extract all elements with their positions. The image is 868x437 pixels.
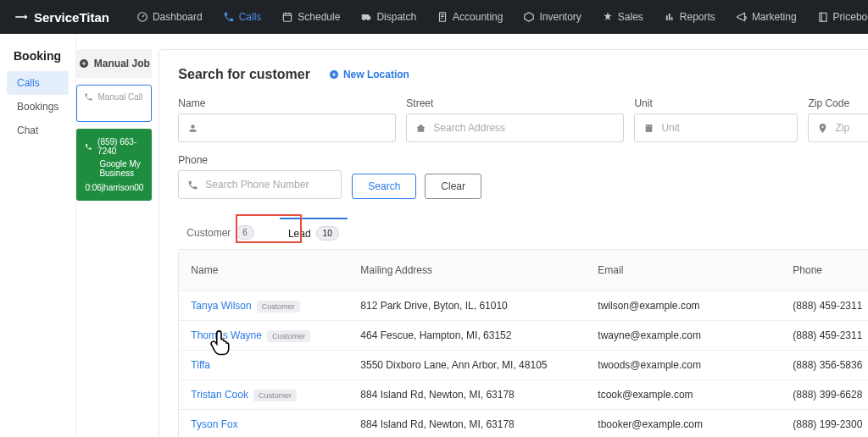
unit-label: Unit bbox=[634, 97, 798, 109]
street-input[interactable] bbox=[433, 122, 615, 134]
phone-input[interactable] bbox=[205, 179, 332, 191]
svg-rect-11 bbox=[646, 124, 653, 132]
name-label: Name bbox=[178, 97, 396, 109]
name-input[interactable] bbox=[205, 122, 387, 134]
tab-customer[interactable]: Customer6 bbox=[178, 218, 263, 249]
manual-call-card[interactable]: Manual Call bbox=[76, 85, 152, 122]
booking-sidebar: Booking Calls Bookings Chat bbox=[0, 34, 76, 437]
nav-pricebook[interactable]: Pricebook bbox=[809, 11, 868, 23]
svg-rect-3 bbox=[819, 13, 826, 21]
customer-link[interactable]: Tiffa bbox=[191, 359, 210, 371]
customer-link[interactable]: Tristan Cook bbox=[191, 389, 248, 401]
pin-icon bbox=[817, 123, 828, 134]
call-duration: 0:06 bbox=[85, 183, 101, 192]
table-row[interactable]: Tristan CookCustomer 884 Island Rd, Newt… bbox=[179, 380, 868, 410]
svg-rect-13 bbox=[650, 125, 651, 126]
sidebar-item-chat[interactable]: Chat bbox=[7, 119, 69, 142]
name-input-wrap[interactable] bbox=[178, 113, 396, 142]
zip-input[interactable] bbox=[835, 122, 868, 134]
customer-link[interactable]: Thomas Wayne bbox=[191, 329, 262, 341]
svg-point-10 bbox=[192, 124, 195, 128]
table-row[interactable]: Tyson Fox 884 Island Rd, Newton, MI, 631… bbox=[179, 410, 868, 437]
sidebar-item-bookings[interactable]: Bookings bbox=[7, 95, 69, 119]
nav-dashboard[interactable]: Dashboard bbox=[128, 11, 211, 23]
active-call-card[interactable]: (859) 663-7240 Google My Business 0:06 j… bbox=[76, 129, 152, 201]
new-location-button[interactable]: New Location bbox=[329, 69, 409, 80]
customer-link[interactable]: Tyson Fox bbox=[191, 418, 237, 430]
nav-inventory[interactable]: Inventory bbox=[515, 11, 589, 23]
customer-link[interactable]: Tanya Wilson bbox=[191, 300, 251, 312]
zip-input-wrap[interactable] bbox=[808, 113, 868, 142]
street-label: Street bbox=[406, 97, 624, 109]
zip-label: Zip Code bbox=[808, 97, 868, 109]
nav-dispatch[interactable]: Dispatch bbox=[352, 11, 425, 23]
building-icon bbox=[643, 123, 654, 134]
svg-rect-1 bbox=[284, 14, 292, 21]
panel-title: Search for customer bbox=[178, 67, 310, 82]
nav-schedule[interactable]: Schedule bbox=[273, 11, 348, 23]
sidebar-item-calls[interactable]: Calls bbox=[7, 71, 69, 95]
home-icon bbox=[415, 123, 426, 134]
nav-calls[interactable]: Calls bbox=[214, 11, 270, 23]
call-number: (859) 663-7240 bbox=[97, 137, 143, 156]
phone-icon bbox=[187, 180, 198, 191]
sidebar-title: Booking bbox=[7, 49, 69, 71]
main-area: Search for customer New Location Name St… bbox=[152, 34, 868, 437]
top-nav: ServiceTitan Dashboard Calls Schedule Di… bbox=[0, 0, 868, 34]
results-table: Name Mailing Address Email Phone Last Mo… bbox=[178, 249, 868, 437]
tab-lead[interactable]: Lead10 bbox=[280, 218, 348, 249]
search-button[interactable]: Search bbox=[352, 174, 416, 199]
nav-sales[interactable]: Sales bbox=[593, 11, 652, 23]
call-source: Google My Business bbox=[99, 159, 143, 178]
brand-logo[interactable]: ServiceTitan bbox=[14, 9, 109, 25]
unit-input[interactable] bbox=[661, 122, 788, 134]
booking-column: Manual Job Manual Call (859) 663-7240 Go… bbox=[76, 34, 152, 437]
unit-input-wrap[interactable] bbox=[634, 113, 798, 142]
table-row[interactable]: Tiffa 3550 Dixboro Lane, Ann Arbor, MI, … bbox=[179, 351, 868, 380]
phone-input-wrap[interactable] bbox=[178, 170, 342, 199]
call-user: jharrison00 bbox=[102, 183, 143, 192]
nav-marketing[interactable]: Marketing bbox=[727, 11, 805, 23]
table-header-row: Name Mailing Address Email Phone Last Mo… bbox=[179, 250, 868, 291]
nav-accounting[interactable]: Accounting bbox=[428, 11, 511, 23]
svg-rect-12 bbox=[648, 125, 648, 126]
person-icon bbox=[187, 123, 198, 134]
clear-button[interactable]: Clear bbox=[425, 174, 481, 199]
nav-reports[interactable]: Reports bbox=[655, 11, 724, 23]
table-row[interactable]: Thomas WayneCustomer 464 Fescue, Hampton… bbox=[179, 321, 868, 351]
manual-job-button[interactable]: Manual Job bbox=[76, 49, 152, 78]
phone-label: Phone bbox=[178, 154, 342, 166]
street-input-wrap[interactable] bbox=[406, 113, 624, 142]
table-row[interactable]: Tanya WilsonCustomer 812 Park Drive, Byt… bbox=[179, 291, 868, 321]
